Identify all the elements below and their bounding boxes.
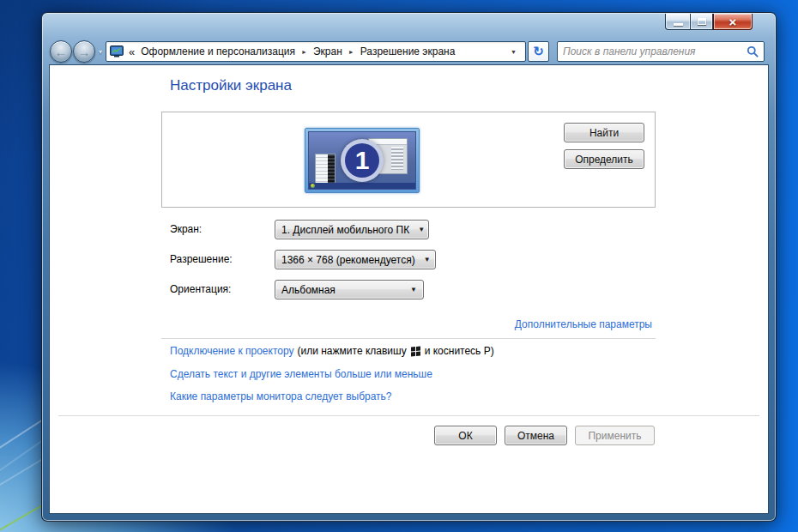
find-button[interactable]: Найти bbox=[564, 123, 644, 142]
advanced-settings-link[interactable]: Дополнительные параметры bbox=[515, 318, 652, 330]
display-settings-icon bbox=[110, 45, 124, 57]
search-input[interactable] bbox=[563, 45, 743, 57]
orientation-select[interactable]: Альбомная ▼ bbox=[275, 280, 424, 299]
forward-button[interactable]: → bbox=[73, 40, 95, 63]
orientation-select-value: Альбомная bbox=[281, 284, 336, 296]
breadcrumb-separator-icon: ► bbox=[301, 49, 307, 55]
breadcrumb-item-appearance[interactable]: Оформление и персонализация bbox=[141, 45, 295, 57]
chevron-down-icon: ▼ bbox=[409, 226, 425, 233]
breadcrumb-item-resolution[interactable]: Разрешение экрана bbox=[360, 45, 456, 57]
projector-hint-after: и коснитесь P) bbox=[425, 345, 494, 357]
breadcrumb-item-display[interactable]: Экран bbox=[313, 45, 342, 57]
identify-button[interactable]: Определить bbox=[564, 149, 644, 169]
screen-resolution-window: × ← → ▾ « Оформление и персонализация ► … bbox=[41, 12, 777, 522]
minimize-icon bbox=[674, 23, 683, 26]
back-button[interactable]: ← bbox=[50, 40, 72, 63]
windows-key-icon bbox=[411, 346, 420, 356]
resolution-select[interactable]: 1366 × 768 (рекомендуется) ▼ bbox=[275, 250, 436, 269]
field-row-screen: Экран: 1. Дисплей мобильного ПК ▼ bbox=[50, 220, 768, 240]
field-row-orientation: Ориентация: Альбомная ▼ bbox=[50, 280, 768, 300]
refresh-button[interactable]: ↻ bbox=[528, 41, 549, 62]
cancel-button[interactable]: Отмена bbox=[505, 426, 567, 445]
orientation-label: Ориентация: bbox=[170, 283, 231, 295]
screen-select-value: 1. Дисплей мобильного ПК bbox=[281, 224, 409, 236]
arrow-right-icon: → bbox=[78, 45, 91, 59]
monitor-screen: 1 bbox=[308, 131, 416, 190]
separator bbox=[161, 338, 656, 339]
breadcrumb-overflow-chevrons[interactable]: « bbox=[129, 45, 135, 58]
screen-label: Экран: bbox=[170, 223, 202, 235]
resolution-select-value: 1366 × 768 (рекомендуется) bbox=[281, 254, 415, 266]
address-bar[interactable]: « Оформление и персонализация ► Экран ► … bbox=[106, 41, 526, 62]
page-title: Настройки экрана bbox=[170, 77, 292, 94]
desktop: × ← → ▾ « Оформление и персонализация ► … bbox=[0, 0, 798, 532]
chevron-down-icon: ▼ bbox=[415, 256, 431, 263]
address-dropdown-icon[interactable]: ▼ bbox=[505, 45, 522, 58]
connect-projector-link[interactable]: Подключение к проектору bbox=[170, 345, 294, 357]
close-icon: × bbox=[729, 15, 737, 29]
display-preview-panel: 1 Найти Определить bbox=[161, 112, 656, 208]
search-box bbox=[557, 41, 765, 62]
window-controls: × bbox=[665, 14, 753, 30]
recent-pages-dropdown[interactable]: ▾ bbox=[99, 48, 102, 56]
projector-hint-before: (или нажмите клавишу bbox=[298, 345, 407, 357]
maximize-icon bbox=[698, 18, 706, 25]
mini-start-orb-icon bbox=[311, 184, 315, 188]
monitor-number-badge: 1 bbox=[341, 139, 384, 182]
screen-select[interactable]: 1. Дисплей мобильного ПК ▼ bbox=[275, 220, 429, 239]
chevron-down-icon: ▼ bbox=[402, 286, 417, 293]
maximize-button[interactable] bbox=[690, 14, 713, 30]
arrow-left-icon: ← bbox=[55, 45, 68, 59]
search-icon[interactable] bbox=[743, 45, 759, 57]
refresh-icon: ↻ bbox=[533, 44, 544, 59]
make-text-larger-link[interactable]: Сделать текст и другие элементы больше и… bbox=[170, 368, 432, 380]
separator bbox=[58, 415, 759, 416]
minimize-button[interactable] bbox=[665, 14, 690, 30]
resolution-label: Разрешение: bbox=[170, 253, 233, 265]
mini-taskbar bbox=[309, 183, 415, 189]
projector-row: Подключение к проектору (или нажмите кла… bbox=[170, 345, 494, 357]
close-button[interactable]: × bbox=[713, 14, 753, 30]
which-settings-help-link[interactable]: Какие параметры монитора следует выбрать… bbox=[170, 390, 392, 402]
ok-button[interactable]: ОК bbox=[434, 426, 497, 445]
apply-button[interactable]: Применить bbox=[575, 426, 655, 445]
monitor-preview[interactable]: 1 bbox=[305, 128, 420, 193]
content-area: Настройки экрана 1 Найти Определить Экра… bbox=[49, 64, 769, 514]
breadcrumb-separator-icon: ► bbox=[348, 49, 354, 55]
field-row-resolution: Разрешение: 1366 × 768 (рекомендуется) ▼ bbox=[50, 250, 768, 270]
navigation-bar: ← → ▾ « Оформление и персонализация ► Эк… bbox=[42, 40, 776, 63]
